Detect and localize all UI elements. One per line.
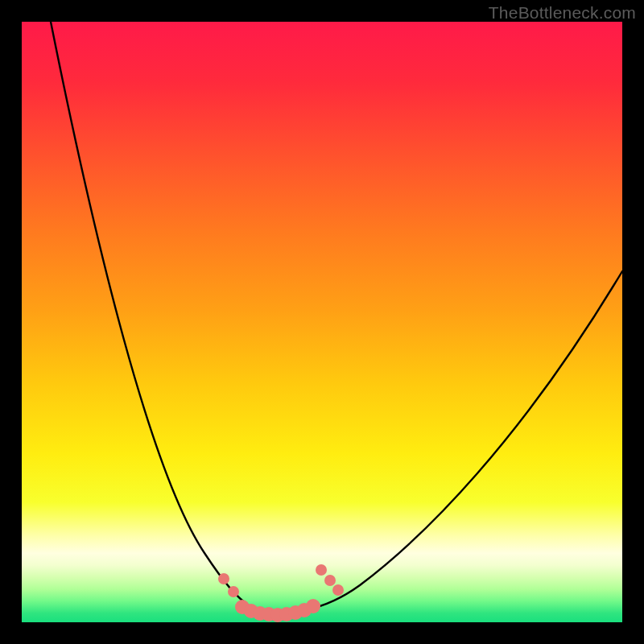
- data-marker: [218, 573, 229, 584]
- data-marker: [306, 599, 320, 613]
- chart-frame: TheBottleneck.com: [0, 0, 644, 644]
- marker-group: [218, 564, 344, 622]
- data-marker: [316, 564, 327, 576]
- data-marker: [324, 575, 336, 586]
- plot-area: [22, 22, 622, 622]
- curve-right-branch: [308, 271, 622, 609]
- data-marker: [332, 584, 344, 596]
- curve-left-branch: [51, 22, 252, 608]
- bottleneck-curve-layer: [22, 22, 622, 622]
- watermark-label: TheBottleneck.com: [489, 3, 636, 23]
- data-marker: [228, 586, 239, 597]
